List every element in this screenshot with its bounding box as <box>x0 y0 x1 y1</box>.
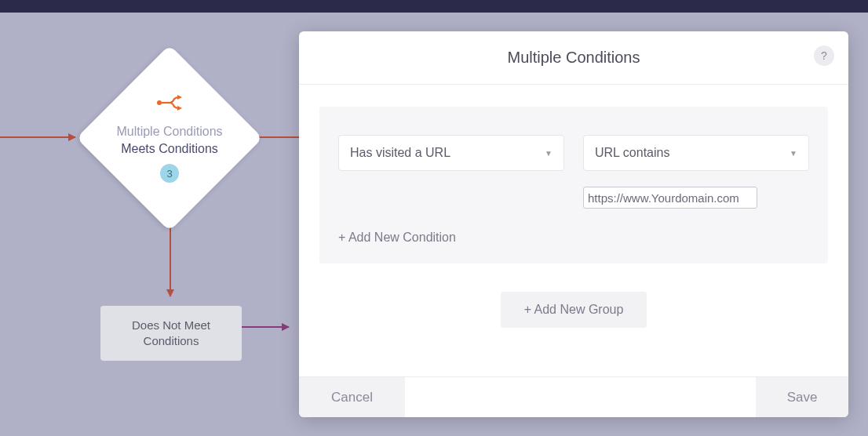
cancel-label: Cancel <box>331 390 373 405</box>
save-button[interactable]: Save <box>756 377 848 417</box>
condition-field-value: Has visited a URL <box>350 146 450 160</box>
add-condition-button[interactable]: + Add New Condition <box>338 231 456 245</box>
condition-group: Has visited a URL ▼ URL contains ▼ + Add… <box>319 107 828 263</box>
condition-operator-select[interactable]: URL contains ▼ <box>583 135 809 171</box>
does-not-meet-node[interactable]: Does Not Meet Conditions <box>100 306 242 361</box>
help-icon: ? <box>821 49 827 62</box>
branch-icon <box>155 93 184 115</box>
add-group-wrap: + Add New Group <box>319 292 828 328</box>
conditions-modal: Multiple Conditions ? Has visited a URL … <box>299 31 848 417</box>
add-group-button[interactable]: + Add New Group <box>501 292 647 328</box>
url-input-wrap <box>583 187 809 209</box>
modal-body: Has visited a URL ▼ URL contains ▼ + Add… <box>299 85 848 376</box>
does-not-meet-label: Does Not Meet Conditions <box>107 318 235 350</box>
diamond-subtitle: Meets Conditions <box>121 142 218 156</box>
cancel-button[interactable]: Cancel <box>299 377 405 417</box>
footer-spacer <box>405 377 756 417</box>
svg-marker-2 <box>177 106 182 111</box>
arrow-in <box>0 136 75 138</box>
condition-operator-value: URL contains <box>595 146 669 160</box>
modal-footer: Cancel Save <box>299 376 848 417</box>
modal-header: Multiple Conditions ? <box>299 31 848 85</box>
svg-point-0 <box>157 100 162 105</box>
condition-row: Has visited a URL ▼ URL contains ▼ <box>338 135 809 171</box>
chevron-down-icon: ▼ <box>790 149 797 158</box>
diamond-content: Multiple Conditions Meets Conditions 3 <box>77 45 262 231</box>
top-bar <box>0 0 868 13</box>
arrow-not-meet-out <box>242 326 289 328</box>
condition-diamond-node[interactable]: Multiple Conditions Meets Conditions 3 <box>77 45 262 231</box>
condition-value-row <box>338 187 809 209</box>
condition-field-select[interactable]: Has visited a URL ▼ <box>338 135 564 171</box>
diamond-title: Multiple Conditions <box>116 125 222 139</box>
modal-title: Multiple Conditions <box>508 49 640 66</box>
spacer <box>338 187 564 209</box>
svg-marker-1 <box>177 95 182 100</box>
chevron-down-icon: ▼ <box>545 149 553 158</box>
help-button[interactable]: ? <box>814 45 834 66</box>
arrow-right-meets <box>257 136 305 138</box>
count-badge: 3 <box>160 164 179 183</box>
save-label: Save <box>787 390 818 405</box>
condition-value-input[interactable] <box>583 187 757 209</box>
